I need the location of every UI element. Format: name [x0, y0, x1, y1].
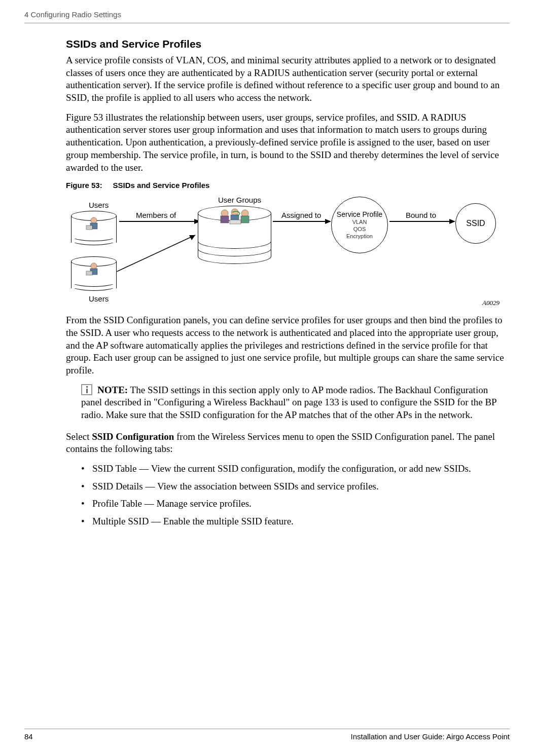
- arrow-4: [389, 221, 450, 222]
- ssid-circle: SSID: [455, 203, 496, 244]
- page-number: 84: [24, 732, 33, 741]
- group-icon: [215, 207, 255, 225]
- page-footer: 84 Installation and User Guide: Airgo Ac…: [24, 729, 510, 741]
- list-item: SSID Table — View the current SSID confi…: [81, 463, 510, 475]
- figure-diagram: Users: [71, 196, 510, 307]
- users-cylinder-2: [71, 256, 117, 287]
- members-of-label: Members of: [136, 211, 176, 219]
- vlan-label: VLAN: [352, 218, 367, 225]
- svg-rect-13: [241, 216, 249, 223]
- svg-rect-9: [221, 216, 229, 223]
- svg-rect-5: [86, 271, 92, 275]
- assigned-to-label: Assigned to: [281, 211, 321, 219]
- users-cylinder-1: [71, 211, 117, 241]
- content-area: SSIDs and Service Profiles A service pro…: [66, 38, 510, 533]
- para4-prefix: Select: [66, 431, 92, 442]
- arrow-head-4: [449, 219, 455, 224]
- users-top-label: Users: [89, 201, 109, 209]
- paragraph-4: Select SSID Configuration from the Wirel…: [66, 431, 510, 456]
- arrow-2: [117, 221, 203, 277]
- svg-rect-2: [86, 225, 92, 230]
- user-groups-label: User Groups: [218, 196, 261, 204]
- page-header: 4 Configuring Radio Settings: [24, 10, 510, 23]
- para4-bold: SSID Configuration: [92, 431, 174, 442]
- bound-to-label: Bound to: [406, 211, 436, 219]
- groups-cylinder: [198, 206, 271, 249]
- svg-rect-14: [230, 220, 241, 224]
- ssid-label: SSID: [466, 219, 485, 228]
- figure-title: SSIDs and Service Profiles: [113, 181, 210, 190]
- paragraph-1: A service profile consists of VLAN, COS,…: [66, 54, 510, 104]
- list-item: Profile Table — Manage service profiles.: [81, 498, 510, 510]
- figure-label: Figure 53: SSIDs and Service Profiles: [66, 181, 510, 190]
- chapter-label: 4 Configuring Radio Settings: [24, 10, 121, 19]
- user-icon-2: [84, 261, 104, 276]
- paragraph-2: Figure 53 illustrates the relationship b…: [66, 111, 510, 174]
- note-block: NOTE: The SSID settings in this section …: [66, 384, 510, 422]
- user-icon: [84, 215, 104, 231]
- encryption-label: Encryption: [346, 233, 373, 240]
- arrow-3: [273, 221, 326, 222]
- list-item: SSID Details — View the association betw…: [81, 480, 510, 493]
- guide-title: Installation and User Guide: Airgo Acces…: [350, 732, 510, 741]
- figure-number: Figure 53:: [66, 181, 102, 190]
- service-profile-label: Service Profile: [337, 210, 382, 218]
- note-label: NOTE:: [97, 385, 128, 395]
- qos-label: QOS: [353, 225, 366, 233]
- figure-ref: A0029: [482, 299, 500, 307]
- note-body: The SSID settings in this section apply …: [81, 385, 496, 420]
- svg-point-3: [91, 263, 97, 269]
- users-bottom-label: Users: [89, 294, 109, 303]
- service-profile-circle: Service Profile VLAN QOS Encryption: [331, 197, 388, 253]
- list-item: Multiple SSID — Enable the multiple SSID…: [81, 515, 510, 528]
- paragraph-3: From the SSID Configuration panels, you …: [66, 314, 510, 376]
- bullet-list: SSID Table — View the current SSID confi…: [81, 463, 510, 528]
- note-text: NOTE: The SSID settings in this section …: [81, 384, 510, 422]
- section-title: SSIDs and Service Profiles: [66, 38, 510, 50]
- svg-line-6: [117, 235, 195, 272]
- svg-point-0: [91, 217, 97, 223]
- arrow-head-3: [325, 219, 331, 224]
